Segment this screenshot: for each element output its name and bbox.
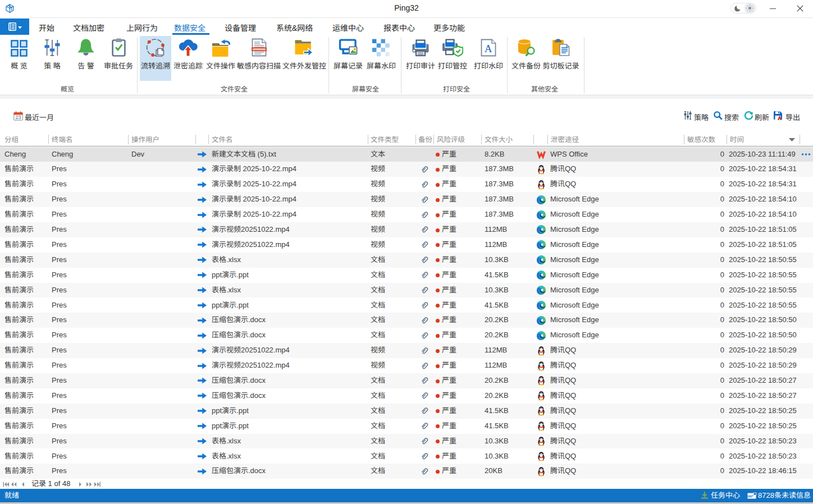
- svg-text:23: 23: [15, 114, 21, 120]
